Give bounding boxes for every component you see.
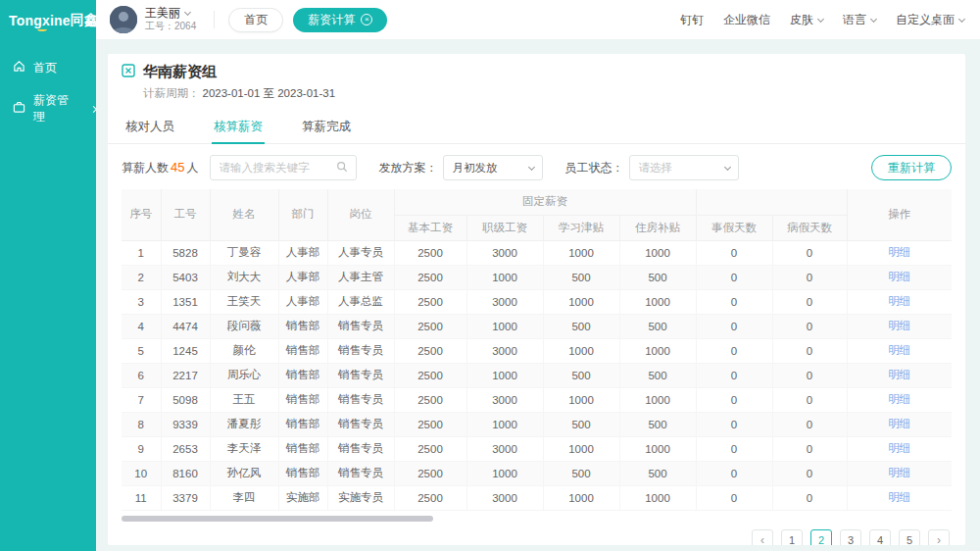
tab-label: 首页 <box>244 12 268 28</box>
table-row: 15828丁曼容人事部人事专员250030001000100000明细 <box>122 240 952 265</box>
detail-link[interactable]: 明细 <box>888 295 910 307</box>
table-cell: 0 <box>696 485 772 510</box>
tab-calc-done[interactable]: 算薪完成 <box>300 109 353 143</box>
menu-dingtalk[interactable]: 钉钉 <box>680 12 704 28</box>
table-cell: 8 <box>122 412 161 436</box>
table-row: 44474段问薇销售部销售专员2500100050050000明细 <box>122 314 952 338</box>
table-cell: 0 <box>772 436 847 461</box>
search-box <box>210 155 357 180</box>
table-cell: 2500 <box>394 338 466 363</box>
table-cell: 销售专员 <box>327 412 394 436</box>
table-cell: 8160 <box>161 461 210 485</box>
user-id: 工号：2064 <box>145 21 196 33</box>
menu-wecom[interactable]: 企业微信 <box>723 12 770 28</box>
detail-link[interactable]: 明细 <box>888 467 910 478</box>
table-cell: 0 <box>772 289 847 314</box>
table-cell: 0 <box>696 436 772 461</box>
table-cell: 3000 <box>466 436 543 461</box>
table-cell: 丁曼容 <box>210 240 278 265</box>
status-select[interactable]: 请选择 <box>629 155 739 180</box>
table-cell: 人事主管 <box>327 265 394 289</box>
table-cell: 5403 <box>161 265 210 289</box>
pagination-page-button[interactable]: 4 <box>869 529 891 546</box>
table-row: 89339潘夏彤销售部销售专员2500100050050000明细 <box>122 412 952 436</box>
detail-link[interactable]: 明细 <box>888 246 910 258</box>
detail-link[interactable]: 明细 <box>888 271 910 282</box>
menu-skin[interactable]: 皮肤 <box>790 12 823 28</box>
table-cell: 销售专员 <box>327 461 394 485</box>
table-cell: 1245 <box>161 338 210 363</box>
pagination-prev-button[interactable]: ‹ <box>752 529 773 546</box>
menu-language[interactable]: 语言 <box>843 12 876 28</box>
tab-check-staff[interactable]: 核对人员 <box>123 109 176 143</box>
user-name: 王美丽 <box>145 6 180 21</box>
plan-select[interactable]: 月初发放 <box>443 155 543 180</box>
col-housing-allowance: 住房补贴 <box>619 215 696 240</box>
menu-custom-desktop[interactable]: 自定义桌面 <box>896 12 964 28</box>
table-cell: 销售部 <box>278 363 327 387</box>
pagination-next-button[interactable]: › <box>928 529 950 546</box>
table-cell: 1000 <box>466 314 543 338</box>
table-cell: 2500 <box>394 485 466 510</box>
topbar-tab-payroll-calc[interactable]: 薪资计算 × <box>293 8 387 32</box>
table-cell: 1000 <box>466 363 543 387</box>
search-input[interactable] <box>219 162 336 174</box>
table-cell: 0 <box>696 412 772 436</box>
table-cell: 6 <box>122 363 161 387</box>
detail-link[interactable]: 明细 <box>888 320 910 331</box>
avatar[interactable] <box>110 6 137 33</box>
table-cell: 4474 <box>161 314 210 338</box>
col-personal-leave-days: 事假天数 <box>696 215 772 240</box>
table-cell: 1000 <box>466 265 543 289</box>
main-area: 王美丽 工号：2064 首页 薪资计算 × 钉钉 企业微信 皮肤 语言 自定义桌… <box>96 0 980 551</box>
detail-link[interactable]: 明细 <box>888 442 910 454</box>
table-cell: 1000 <box>619 289 696 314</box>
table-cell: 500 <box>543 461 619 485</box>
sidebar-item-payroll[interactable]: 薪资管理 <box>0 94 96 124</box>
table-cell: 0 <box>696 240 772 265</box>
action-cell: 明细 <box>847 265 952 289</box>
table-cell: 0 <box>696 461 772 485</box>
logo-smile-icon <box>37 26 47 31</box>
sidebar-item-label: 首页 <box>33 60 57 76</box>
table-cell: 500 <box>543 412 619 436</box>
pagination-page-button[interactable]: 1 <box>781 529 803 546</box>
table-cell: 3379 <box>161 485 210 510</box>
action-cell: 明细 <box>847 314 952 338</box>
table-cell: 0 <box>772 314 847 338</box>
user-menu[interactable]: 王美丽 <box>145 6 196 21</box>
tab-calc-payroll[interactable]: 核算薪资 <box>212 109 265 143</box>
topbar-tab-home[interactable]: 首页 <box>228 8 283 32</box>
pagination-page-button[interactable]: 2 <box>810 529 832 546</box>
table-cell: 销售部 <box>278 412 327 436</box>
table-cell: 2500 <box>394 436 466 461</box>
action-cell: 明细 <box>847 485 952 510</box>
close-icon[interactable]: × <box>361 14 372 25</box>
table-cell: 0 <box>772 240 847 265</box>
table-cell: 1000 <box>619 436 696 461</box>
col-sick-leave-days: 病假天数 <box>772 215 847 240</box>
page-title: 华南薪资组 <box>143 63 217 81</box>
sidebar-item-home[interactable]: 首页 <box>0 53 96 82</box>
table-cell: 1000 <box>619 485 696 510</box>
table-cell: 孙亿风 <box>210 461 278 485</box>
table-cell: 0 <box>772 485 847 510</box>
detail-link[interactable]: 明细 <box>888 393 910 405</box>
search-icon[interactable] <box>336 161 348 175</box>
table-cell: 2500 <box>394 387 466 412</box>
table-row: 92653李天泽销售部销售专员250030001000100000明细 <box>122 436 952 461</box>
detail-link[interactable]: 明细 <box>888 369 910 380</box>
table-cell: 1000 <box>466 412 543 436</box>
table-row: 75098王五销售部销售专员250030001000100000明细 <box>122 387 952 412</box>
detail-link[interactable]: 明细 <box>888 344 910 356</box>
table-cell: 1351 <box>161 289 210 314</box>
table-cell: 3000 <box>466 240 543 265</box>
pay-period: 计薪周期：2023-01-01 至 2023-01-31 <box>108 81 965 109</box>
table-cell: 实施部 <box>278 485 327 510</box>
table-cell: 9 <box>122 436 161 461</box>
detail-link[interactable]: 明细 <box>888 418 910 429</box>
pagination-page-button[interactable]: 3 <box>840 529 861 546</box>
recalculate-button[interactable]: 重新计算 <box>871 155 952 180</box>
detail-link[interactable]: 明细 <box>888 491 910 503</box>
pagination-page-button[interactable]: 5 <box>899 529 920 546</box>
